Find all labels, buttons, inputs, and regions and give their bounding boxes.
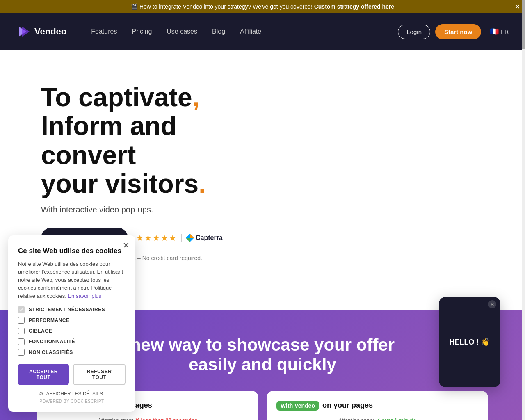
necessary-checkbox[interactable] — [18, 306, 25, 313]
cookie-modal: ✕ Ce site Web utilise des cookies Notre … — [8, 235, 135, 412]
accept-all-button[interactable]: ACCEPTER TOUT — [18, 364, 69, 385]
start-now-button[interactable]: Start now — [435, 24, 481, 39]
top-banner: 🎬 How to integrate Vendeo into your stra… — [0, 0, 525, 13]
login-button[interactable]: Login — [398, 25, 430, 39]
banner-link[interactable]: Custom strategy offered here — [314, 3, 394, 10]
cookie-buttons: ACCEPTER TOUT REFUSER TOUT — [18, 364, 126, 385]
with-attention-value: ✓ over 1 minute — [376, 417, 416, 420]
hero-line2: Inform and convert — [41, 111, 177, 169]
performance-checkbox[interactable] — [18, 317, 25, 324]
ciblage-checkbox[interactable] — [18, 328, 25, 334]
capterra-logo: Capterra — [186, 234, 223, 242]
without-attention-value: ✕ less than 30 secondes — [135, 417, 198, 420]
cookie-close-button[interactable]: ✕ — [123, 240, 130, 250]
non-classifies-label: NON CLASSIFIÉS — [29, 349, 73, 355]
nav-links: Features Pricing Use cases Blog Affiliat… — [91, 28, 398, 35]
hero-heading: To captivate, Inform and convert your vi… — [41, 83, 246, 199]
nav-use-cases[interactable]: Use cases — [167, 28, 197, 35]
video-popup: ✕ HELLO ! 👋 — [439, 297, 500, 387]
performance-label: PERFORMANCE — [29, 317, 70, 323]
with-attention-text: Attention span: — [338, 417, 374, 420]
hello-text: HELLO ! 👋 — [450, 338, 490, 347]
nav-blog[interactable]: Blog — [212, 28, 225, 35]
cookie-body: Notre site Web utilise des cookies pour … — [18, 260, 126, 300]
with-header: With Vendeo on your pages — [276, 401, 478, 411]
nav-actions: Login Start now 🇫🇷 FR — [398, 24, 509, 39]
comparison-card-with: With Vendeo on your pages Attention span… — [267, 391, 488, 420]
language-selector[interactable]: 🇫🇷 FR — [489, 27, 509, 37]
without-attention-label: Attention span: ✕ less than 30 secondes — [47, 417, 249, 420]
cookie-cat-fonctionnalite: FONCTIONNALITÉ — [18, 338, 126, 345]
capterra-text: Capterra — [196, 234, 223, 242]
svg-marker-3 — [190, 234, 194, 238]
hero-line3: your visitors — [41, 169, 199, 199]
with-badge: With Vendeo — [276, 401, 319, 411]
cookie-cat-ciblage: CIBLAGE — [18, 328, 126, 334]
refuse-all-button[interactable]: REFUSER TOUT — [73, 364, 126, 385]
non-classifies-checkbox[interactable] — [18, 349, 25, 356]
cookie-cat-necessary: STRICTEMENT NÉCESSAIRES — [18, 306, 126, 313]
gear-icon: ⚙ — [39, 391, 43, 397]
show-details-label: AFFICHER LES DÉTAILS — [46, 391, 103, 397]
divider: | — [180, 233, 183, 242]
capterra-icon — [186, 234, 194, 242]
fonctionnalite-label: FONCTIONNALITÉ — [29, 339, 75, 345]
ciblage-label: CIBLAGE — [29, 328, 52, 334]
scrollbar-thumb[interactable] — [522, 0, 525, 49]
svg-marker-4 — [186, 238, 190, 242]
purple-heading: new way to showcase your offer easily an… — [119, 335, 406, 374]
purple-heading-text: new way to showcase your offer easily an… — [130, 335, 395, 374]
logo-text: Vendeo — [34, 26, 66, 37]
dot-accent: . — [199, 169, 206, 199]
svg-marker-1 — [22, 27, 30, 37]
hero-line1: To captivate — [41, 82, 192, 112]
hero-subtext: With interactive video pop-ups. — [41, 205, 246, 215]
logo[interactable]: Vendeo — [16, 24, 66, 39]
france-flag-icon: 🇫🇷 — [489, 27, 499, 37]
nav-affiliate[interactable]: Affiliate — [240, 28, 261, 35]
cookie-show-details[interactable]: ⚙ AFFICHER LES DÉTAILS — [18, 391, 126, 397]
without-attention-text: Attention span: — [98, 417, 134, 420]
comma-accent: , — [192, 82, 200, 112]
scrollbar-track[interactable] — [522, 0, 525, 420]
lang-label: FR — [501, 28, 509, 35]
banner-close-icon[interactable]: ✕ — [515, 3, 520, 11]
with-label-suffix: on your pages — [322, 401, 373, 410]
cookie-title: Ce site Web utilise des cookies — [18, 247, 126, 255]
video-popup-close-button[interactable]: ✕ — [488, 300, 496, 308]
necessary-label: STRICTEMENT NÉCESSAIRES — [29, 307, 105, 313]
capterra-row: ★★★★★ | Capterra — [136, 233, 223, 243]
fonctionnalite-checkbox[interactable] — [18, 338, 25, 345]
with-attention-label: Attention span: ✓ over 1 minute — [276, 417, 478, 420]
star-rating: ★★★★★ — [136, 233, 177, 243]
cookie-powered-by: POWERED BY COOKIESCRIPT — [18, 399, 126, 404]
nav-features[interactable]: Features — [91, 28, 117, 35]
nav-pricing[interactable]: Pricing — [132, 28, 152, 35]
cookie-learn-more-link[interactable]: En savoir plus — [68, 293, 101, 299]
cookie-cat-performance: PERFORMANCE — [18, 317, 126, 324]
cookie-cat-non-classifies: NON CLASSIFIÉS — [18, 349, 126, 356]
navbar: Vendeo Features Pricing Use cases Blog A… — [0, 13, 525, 50]
banner-text: 🎬 How to integrate Vendeo into your stra… — [131, 3, 313, 10]
vendeo-logo-icon — [16, 24, 31, 39]
